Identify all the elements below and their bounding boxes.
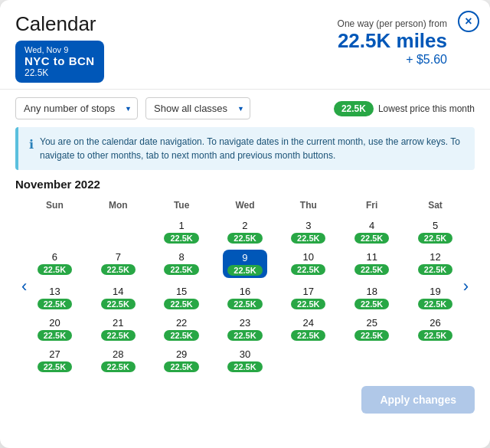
day-number: 24 <box>303 317 314 329</box>
apply-changes-button[interactable]: Apply changes <box>361 386 475 414</box>
day-cell[interactable]: 1222.5K <box>413 251 458 275</box>
day-cell[interactable]: 522.5K <box>413 220 458 244</box>
classes-filter[interactable]: Show all classes <box>145 97 250 119</box>
calendar-cell: 1522.5K <box>150 281 214 312</box>
day-price: 22.5K <box>227 265 262 276</box>
plus-cash: + $5.60 <box>338 53 447 67</box>
day-of-week-header: Sat <box>403 197 467 215</box>
day-cell[interactable]: 2922.5K <box>159 348 204 372</box>
day-cell[interactable]: 2422.5K <box>286 317 331 341</box>
calendar-cell: 2022.5K <box>23 312 87 344</box>
calendar-cell: 722.5K <box>87 247 150 281</box>
day-cell[interactable]: 3022.5K <box>223 348 267 372</box>
day-price: 22.5K <box>418 264 452 275</box>
calendar-wrapper: ‹ SunMonTueWedThuFriSat 122.5K222.5K322.… <box>15 197 475 375</box>
day-cell[interactable]: 1622.5K <box>223 286 267 309</box>
day-cell[interactable]: 2322.5K <box>223 317 267 341</box>
day-number: 4 <box>369 220 374 231</box>
day-cell[interactable]: 1422.5K <box>96 286 140 309</box>
day-of-week-header: Wed <box>214 197 277 215</box>
calendar-cell: 2622.5K <box>403 312 467 344</box>
calendar-table: SunMonTueWedThuFriSat 122.5K222.5K322.5K… <box>23 197 467 375</box>
calendar-cell <box>340 344 403 375</box>
day-cell[interactable]: 1122.5K <box>350 251 394 275</box>
calendar-cell: 1622.5K <box>214 281 277 312</box>
day-cell[interactable]: 322.5K <box>286 220 331 244</box>
day-number: 10 <box>303 251 314 263</box>
lowest-price-section: 22.5K Lowest price this month <box>334 101 475 116</box>
day-cell[interactable]: 2522.5K <box>350 317 394 341</box>
day-cell[interactable]: 1022.5K <box>286 251 331 275</box>
modal-title: Calendar <box>15 12 104 36</box>
day-price: 22.5K <box>38 264 72 275</box>
day-price: 22.5K <box>101 330 136 341</box>
day-price: 22.5K <box>164 361 198 372</box>
day-number: 1 <box>178 220 184 231</box>
day-number: 26 <box>430 317 440 329</box>
day-price: 22.5K <box>164 299 198 309</box>
day-price: 22.5K <box>291 330 325 341</box>
day-cell[interactable]: 622.5K <box>32 251 77 275</box>
calendar-cell: 1722.5K <box>276 281 340 312</box>
day-number: 15 <box>176 286 187 297</box>
day-price: 22.5K <box>354 330 389 341</box>
prev-month-button[interactable]: ‹ <box>15 272 33 301</box>
day-of-week-header: Fri <box>340 197 403 215</box>
day-price: 22.5K <box>101 361 136 372</box>
day-price: 22.5K <box>418 330 452 341</box>
day-cell[interactable]: 1922.5K <box>413 286 458 309</box>
calendar-cell: 2122.5K <box>87 312 150 344</box>
day-number: 27 <box>49 348 60 360</box>
day-number: 5 <box>433 220 438 231</box>
day-number: 25 <box>366 317 377 329</box>
day-price: 22.5K <box>291 299 325 309</box>
day-cell[interactable]: 2722.5K <box>32 348 77 372</box>
close-button[interactable]: × <box>458 11 479 32</box>
day-cell[interactable]: 822.5K <box>159 251 204 275</box>
day-number: 8 <box>178 251 184 263</box>
day-price: 22.5K <box>101 299 136 309</box>
day-number: 3 <box>305 220 311 231</box>
day-price: 22.5K <box>227 330 262 341</box>
day-cell[interactable]: 1822.5K <box>350 286 394 309</box>
day-cell[interactable]: 122.5K <box>159 220 204 244</box>
day-number: 20 <box>49 317 60 329</box>
day-cell[interactable]: 922.5K <box>223 250 267 278</box>
day-cell[interactable]: 222.5K <box>223 220 267 244</box>
modal-header: Calendar Wed, Nov 9 NYC to BCN 22.5K One… <box>0 0 490 89</box>
calendar-cell: 1022.5K <box>276 247 340 281</box>
day-cell[interactable]: 2822.5K <box>96 348 140 372</box>
info-text: You are on the calendar date navigation.… <box>40 135 464 162</box>
day-number: 22 <box>176 317 187 329</box>
day-of-week-header: Tue <box>150 197 214 215</box>
stops-filter[interactable]: Any number of stops <box>15 97 138 119</box>
day-cell[interactable]: 722.5K <box>96 251 140 275</box>
day-cell[interactable]: 2222.5K <box>159 317 204 341</box>
day-cell[interactable]: 2622.5K <box>413 317 458 341</box>
calendar-modal: Calendar Wed, Nov 9 NYC to BCN 22.5K One… <box>0 0 490 448</box>
day-cell[interactable]: 1522.5K <box>159 286 204 309</box>
calendar-cell: 2422.5K <box>276 312 340 344</box>
day-number: 28 <box>113 348 123 360</box>
calendar-cell: 1822.5K <box>340 281 403 312</box>
day-price: 22.5K <box>354 264 389 275</box>
lowest-price-badge: 22.5K <box>334 101 374 116</box>
day-cell[interactable]: 2122.5K <box>96 317 140 341</box>
day-number: 6 <box>52 251 57 263</box>
day-cell[interactable]: 2022.5K <box>32 317 77 341</box>
next-month-button[interactable]: › <box>457 272 475 301</box>
day-price: 22.5K <box>164 233 198 244</box>
day-number: 30 <box>240 348 250 360</box>
day-number: 2 <box>242 220 247 231</box>
day-cell[interactable]: 1722.5K <box>286 286 331 309</box>
trip-route: NYC to BCN <box>24 54 95 67</box>
day-price: 22.5K <box>354 299 389 309</box>
calendar-cell: 1422.5K <box>87 281 150 312</box>
day-of-week-header: Thu <box>276 197 340 215</box>
day-cell[interactable]: 422.5K <box>350 220 394 244</box>
day-of-week-header: Mon <box>87 197 150 215</box>
day-cell[interactable]: 1322.5K <box>32 286 77 309</box>
calendar-cell: 422.5K <box>340 215 403 247</box>
info-icon: ℹ <box>29 136 34 154</box>
day-price: 22.5K <box>227 361 262 372</box>
